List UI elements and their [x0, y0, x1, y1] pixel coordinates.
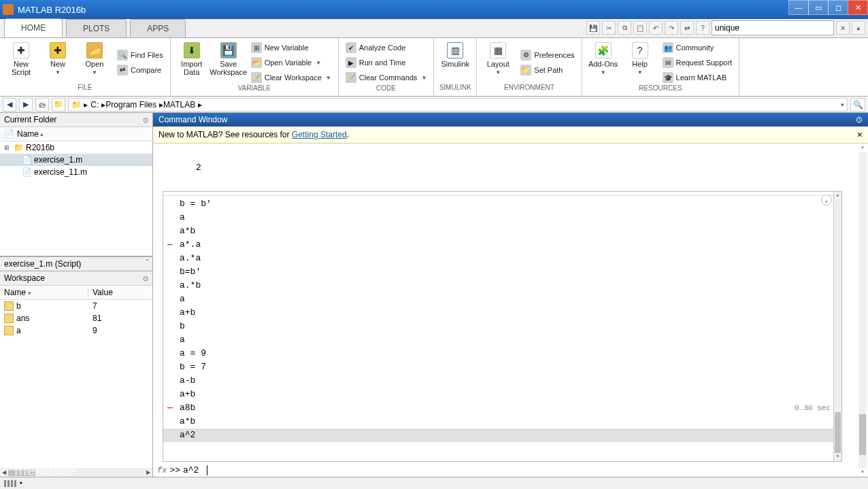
- analyze-code-button[interactable]: ✔Analyze Code: [343, 41, 430, 54]
- ws-col-name[interactable]: Name ▾: [0, 286, 88, 299]
- script-details-header[interactable]: exercise_1.m (Script) ˆ: [0, 256, 152, 271]
- history-item[interactable]: a8b0.30 sec: [163, 401, 833, 415]
- history-item[interactable]: a*b: [163, 224, 833, 238]
- path-input[interactable]: 📁 ▸ C: ▸ Program Files ▸ MATLAB ▸ ▾: [68, 98, 848, 112]
- layout-button[interactable]: ▦Layout▼: [481, 41, 515, 84]
- history-item[interactable]: a+b: [163, 306, 833, 320]
- clear-commands-icon: 🧹: [346, 72, 356, 83]
- command-window[interactable]: 2 >> a+b ⌄ b = b'aa*ba*.aa.*ab=b'a.*baa+…: [153, 144, 868, 477]
- browse-button[interactable]: 📁: [52, 98, 65, 112]
- history-item[interactable]: a*.a: [163, 238, 833, 252]
- history-scroll-up-icon[interactable]: ▴: [834, 192, 841, 200]
- command-input[interactable]: a^2: [183, 465, 199, 475]
- maximize-button[interactable]: ◻: [828, 0, 848, 15]
- history-item[interactable]: a: [163, 211, 833, 224]
- history-item[interactable]: a+b: [163, 388, 833, 401]
- find-files-button[interactable]: 🔍Find Files: [114, 48, 166, 62]
- window-title: MATLAB R2016b: [18, 5, 86, 15]
- cf-item[interactable]: 📄exercise_11.m: [0, 166, 152, 178]
- quick-save-icon[interactable]: 💾: [586, 21, 600, 35]
- learn-matlab-button[interactable]: 🎓Learn MATLAB: [660, 71, 735, 84]
- history-item[interactable]: b=b': [163, 265, 833, 279]
- history-scroll-thumb[interactable]: [835, 412, 841, 453]
- path-seg-drive[interactable]: 📁 ▸ C: ▸: [71, 100, 105, 109]
- history-item[interactable]: a.*b: [163, 279, 833, 292]
- workspace-row[interactable]: a9: [0, 324, 152, 337]
- history-item[interactable]: a*b: [163, 415, 833, 428]
- up-folder-button[interactable]: 🗁: [35, 98, 49, 112]
- history-item[interactable]: b: [163, 320, 833, 333]
- matlab-icon: [3, 4, 14, 15]
- path-seg-program-files[interactable]: Program Files ▸: [105, 100, 163, 109]
- new-script-button[interactable]: ✚New Script: [4, 41, 38, 84]
- cf-col-name[interactable]: 📄 Name ▴: [0, 127, 152, 141]
- tab-plots[interactable]: PLOTS: [66, 19, 127, 37]
- back-button[interactable]: ◀: [3, 98, 16, 112]
- quick-switch-icon[interactable]: ⇄: [680, 21, 694, 35]
- close-button[interactable]: ✕: [848, 0, 868, 15]
- history-item[interactable]: b = 7: [163, 360, 833, 374]
- left-hscroll[interactable]: ◀▶: [0, 469, 152, 477]
- fx-icon[interactable]: fx: [157, 466, 167, 475]
- request-support-button[interactable]: ✉Request Support: [660, 56, 735, 69]
- help-button[interactable]: ?Help▼: [623, 41, 657, 84]
- history-item[interactable]: a: [163, 333, 833, 347]
- compare-button[interactable]: ⇄Compare: [114, 63, 166, 77]
- new-variable-button[interactable]: ⊞New Variable: [248, 41, 334, 54]
- cf-item[interactable]: ⊞📁R2016b: [0, 141, 152, 154]
- forward-button[interactable]: ▶: [19, 98, 33, 112]
- open-button[interactable]: 📂Open▼: [78, 41, 112, 84]
- cmd-scrollbar[interactable]: ▴ ▾: [858, 144, 867, 477]
- clear-workspace-icon: 🧹: [251, 72, 262, 83]
- command-prompt[interactable]: fx >> a^2: [157, 465, 207, 475]
- simulink-button[interactable]: ▥Simulink: [438, 41, 472, 84]
- tab-home[interactable]: HOME: [4, 18, 63, 37]
- workspace-menu-icon[interactable]: ⊙: [143, 275, 148, 282]
- quick-paste-icon[interactable]: 📋: [633, 21, 647, 35]
- search-docs-input[interactable]: [712, 20, 834, 35]
- history-item[interactable]: b = b': [163, 197, 833, 211]
- new-button[interactable]: ✚New▼: [41, 41, 75, 84]
- search-path-button[interactable]: 🔍: [850, 98, 865, 112]
- tab-apps[interactable]: APPS: [130, 19, 186, 37]
- main-area: Current Folder ⊙ 📄 Name ▴ ⊞📁R2016b📄exerc…: [0, 113, 868, 477]
- minimize-toolstrip-icon[interactable]: ▲: [852, 21, 865, 35]
- path-seg-matlab[interactable]: MATLAB ▸: [163, 100, 202, 109]
- history-item[interactable]: a^2: [163, 428, 833, 442]
- restore-button[interactable]: ▭: [808, 0, 829, 15]
- cf-item[interactable]: 📄exercise_1.m: [0, 154, 152, 166]
- history-item[interactable]: a: [163, 292, 833, 306]
- current-folder-menu-icon[interactable]: ⊙: [143, 116, 148, 124]
- preferences-button[interactable]: ⚙Preferences: [518, 48, 577, 62]
- title-bar: MATLAB R2016b — ▭ ◻ ✕: [0, 0, 868, 19]
- quick-help-icon[interactable]: ?: [696, 21, 710, 35]
- ws-col-value[interactable]: Value: [88, 286, 117, 299]
- quick-cut-icon[interactable]: ✂: [602, 21, 616, 35]
- addons-button[interactable]: 🧩Add-Ons▼: [586, 41, 620, 84]
- getting-started-link[interactable]: Getting Started: [292, 130, 347, 139]
- workspace-row[interactable]: ans81: [0, 312, 152, 324]
- community-button[interactable]: 👥Community: [660, 41, 735, 54]
- history-item[interactable]: a-b: [163, 374, 833, 388]
- search-clear-icon[interactable]: ✕: [836, 21, 850, 35]
- quick-undo-icon[interactable]: ↶: [649, 21, 663, 35]
- history-item[interactable]: a.*a: [163, 252, 833, 265]
- run-and-time-button[interactable]: ▶Run and Time: [343, 56, 430, 69]
- save-workspace-button[interactable]: 💾Save Workspace: [212, 41, 246, 84]
- quick-redo-icon[interactable]: ↷: [665, 21, 678, 35]
- command-window-menu-icon[interactable]: ⊙: [856, 115, 863, 124]
- support-icon: ✉: [663, 57, 673, 68]
- open-variable-button[interactable]: 📂Open Variable▼: [248, 56, 334, 69]
- history-item[interactable]: a = 9: [163, 347, 833, 360]
- history-resize-handle[interactable]: [163, 192, 841, 196]
- quick-copy-icon[interactable]: ⧉: [618, 21, 631, 35]
- banner-close-icon[interactable]: ×: [857, 129, 863, 140]
- clear-workspace-button[interactable]: 🧹Clear Workspace▼: [248, 71, 334, 84]
- clear-commands-button[interactable]: 🧹Clear Commands▼: [343, 71, 430, 84]
- import-data-button[interactable]: ⬇Import Data: [175, 41, 209, 84]
- minimize-button[interactable]: —: [788, 0, 809, 15]
- history-scroll-down-icon[interactable]: ▾: [834, 453, 841, 461]
- history-scrollbar[interactable]: ▴ ▾: [833, 192, 841, 461]
- set-path-button[interactable]: 📁Set Path: [518, 63, 577, 77]
- workspace-row[interactable]: b7: [0, 300, 152, 312]
